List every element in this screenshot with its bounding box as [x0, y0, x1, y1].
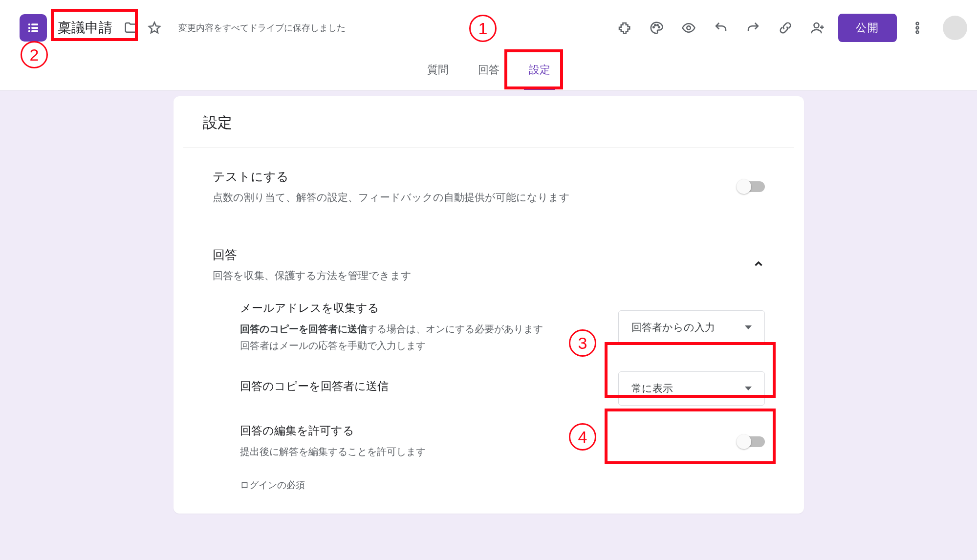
section-responses: 回答 回答を収集、保護する方法を管理できます メールアドレスを収集する 回答のコ… [183, 226, 794, 514]
svg-rect-3 [31, 27, 38, 29]
responses-desc: 回答を収集、保護する方法を管理できます [213, 268, 752, 283]
row-send-copy: 回答のコピーを回答者に送信 常に表示 [240, 371, 765, 406]
dropdown-arrow-icon [745, 387, 752, 390]
addons-icon[interactable] [612, 16, 636, 40]
forms-logo-icon[interactable] [20, 14, 47, 42]
redo-icon[interactable] [741, 16, 765, 40]
send-copy-dropdown-value: 常に表示 [631, 382, 673, 395]
collect-email-dropdown-value: 回答者からの入力 [631, 321, 715, 334]
responses-title: 回答 [213, 247, 752, 263]
svg-rect-5 [31, 30, 38, 32]
dropdown-arrow-icon [745, 325, 752, 329]
row-collect-email: メールアドレスを収集する 回答のコピーを回答者に送信する場合は、オンにする必要が… [240, 301, 765, 354]
svg-point-6 [653, 27, 654, 28]
collapse-icon[interactable] [752, 258, 765, 272]
allow-edit-desc: 提出後に解答を編集することを許可します [240, 443, 426, 460]
undo-icon[interactable] [709, 16, 733, 40]
svg-point-8 [657, 24, 658, 26]
allow-edit-title: 回答の編集を許可する [240, 423, 426, 438]
svg-point-14 [916, 31, 919, 33]
palette-icon[interactable] [645, 16, 668, 40]
svg-rect-0 [28, 23, 30, 25]
send-copy-dropdown[interactable]: 常に表示 [618, 371, 765, 406]
avatar[interactable] [943, 16, 967, 40]
collect-email-dropdown[interactable]: 回答者からの入力 [618, 310, 765, 345]
settings-card: 設定 テストにする 点数の割り当て、解答の設定、フィードバックの自動提供が可能に… [174, 96, 804, 514]
save-status: 変更内容をすべてドライブに保存しました [178, 22, 346, 35]
svg-point-12 [916, 22, 919, 25]
row-login-required: ログインの必須 [240, 477, 765, 493]
svg-point-9 [658, 27, 660, 28]
collect-email-desc: 回答のコピーを回答者に送信する場合は、オンにする必要があります 回答者はメールの… [240, 321, 543, 354]
svg-rect-4 [28, 30, 30, 32]
publish-button[interactable]: 公開 [838, 14, 897, 42]
link-icon[interactable] [774, 16, 797, 40]
section-quiz: テストにする 点数の割り当て、解答の設定、フィードバックの自動提供が可能になりま… [183, 148, 794, 226]
star-icon[interactable] [143, 16, 166, 40]
more-icon[interactable] [906, 16, 929, 40]
move-to-folder-icon[interactable] [119, 16, 143, 40]
quiz-title: テストにする [213, 169, 738, 185]
row-allow-edit: 回答の編集を許可する 提出後に解答を編集することを許可します [240, 423, 765, 460]
header-top-bar: 稟議申請 変更内容をすべてドライブに保存しました [0, 0, 977, 56]
collect-email-title: メールアドレスを収集する [240, 301, 543, 316]
form-title[interactable]: 稟議申請 [56, 18, 114, 38]
tab-settings[interactable]: 設定 [520, 56, 559, 90]
login-required-label: ログインの必須 [240, 477, 305, 493]
tabs: 質問 回答 設定 [0, 56, 977, 90]
svg-point-13 [916, 27, 919, 29]
allow-edit-toggle[interactable] [738, 436, 765, 447]
app-header: 稟議申請 変更内容をすべてドライブに保存しました [0, 0, 977, 90]
main-area: 設定 テストにする 点数の割り当て、解答の設定、フィードバックの自動提供が可能に… [0, 90, 977, 514]
svg-point-11 [814, 23, 819, 28]
tab-questions[interactable]: 質問 [418, 56, 457, 90]
quiz-desc: 点数の割り当て、解答の設定、フィードバックの自動提供が可能になります [213, 190, 738, 205]
svg-rect-2 [28, 27, 30, 29]
send-copy-title: 回答のコピーを回答者に送信 [240, 379, 389, 394]
quiz-toggle[interactable] [738, 181, 765, 192]
svg-rect-1 [31, 23, 38, 25]
svg-point-7 [654, 24, 656, 26]
settings-card-title: 設定 [183, 113, 794, 148]
preview-icon[interactable] [677, 16, 700, 40]
add-collaborator-icon[interactable] [806, 16, 829, 40]
header-actions: 公開 [612, 14, 967, 42]
svg-point-10 [687, 26, 691, 30]
tab-responses[interactable]: 回答 [469, 56, 508, 90]
